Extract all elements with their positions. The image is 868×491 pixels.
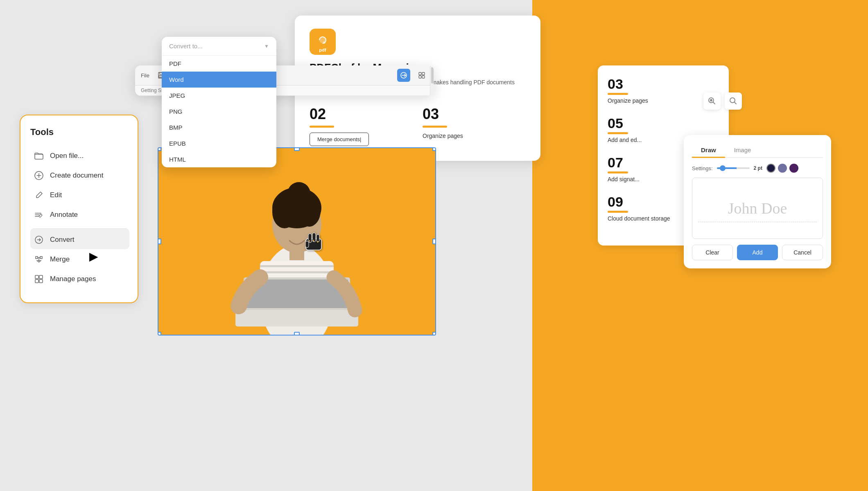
color-medium-purple[interactable] — [778, 164, 787, 173]
right-feature-05-num: 05 — [608, 116, 719, 130]
convert-option-html[interactable]: HTML — [162, 151, 276, 167]
nav-convert-icon[interactable] — [397, 69, 410, 82]
selection-handle-mr[interactable] — [432, 239, 436, 244]
tools-panel: Tools Open file... Create document Edit … — [20, 115, 138, 303]
svg-rect-3 — [35, 275, 38, 279]
svg-rect-43 — [305, 241, 309, 248]
add-button[interactable]: Add — [737, 245, 778, 260]
color-dark-purple[interactable] — [789, 164, 798, 173]
feature-02: 02 Merge documents| — [310, 107, 413, 146]
svg-rect-14 — [422, 72, 425, 75]
grid-icon — [34, 274, 44, 284]
right-feature-05-bar — [608, 132, 628, 134]
signature-tabs: Draw Image — [692, 143, 823, 158]
tool-create-document[interactable]: Create document — [30, 166, 129, 185]
svg-rect-5 — [35, 279, 38, 283]
signature-preview-text: John Doe — [728, 199, 787, 217]
feature-03-bar — [423, 126, 447, 128]
window-scrollbar[interactable] — [430, 65, 434, 96]
svg-rect-6 — [39, 279, 43, 283]
right-feature-07-bar — [608, 171, 628, 173]
feature-02-bar — [310, 126, 334, 128]
selection-handle-tl[interactable] — [158, 147, 161, 151]
color-dark-navy[interactable] — [766, 164, 775, 173]
signature-canvas[interactable]: John Doe — [692, 178, 823, 239]
plus-circle-icon — [34, 170, 44, 181]
stroke-width-slider[interactable] — [717, 167, 750, 169]
svg-point-24 — [287, 182, 310, 205]
chevron-down-icon: ▼ — [264, 43, 269, 49]
svg-rect-16 — [422, 76, 425, 78]
file-menu-label[interactable]: File — [141, 72, 149, 79]
svg-point-18 — [323, 41, 326, 44]
tab-image[interactable]: Image — [725, 143, 760, 158]
convert-icon — [34, 234, 44, 245]
svg-rect-15 — [419, 76, 421, 78]
right-feature-09-bar — [608, 211, 628, 213]
selection-handle-br[interactable] — [432, 332, 436, 336]
feature-03-label: Organize pages — [423, 133, 526, 139]
right-feature-03-label: Organize pages — [608, 97, 719, 104]
tool-open-file-label: Open file... — [50, 152, 84, 160]
feature-03: 03 Organize pages — [423, 107, 526, 146]
svg-rect-0 — [35, 154, 43, 159]
feature-02-num: 02 — [310, 107, 413, 122]
cancel-button[interactable]: Cancel — [782, 245, 823, 260]
tab-draw[interactable]: Draw — [692, 143, 725, 158]
search-zoom-button[interactable] — [703, 92, 721, 110]
nav-grid-icon[interactable] — [415, 69, 428, 82]
main-image-area[interactable] — [158, 147, 436, 336]
tool-open-file[interactable]: Open file... — [30, 146, 129, 165]
tools-title: Tools — [30, 127, 129, 137]
tool-manage-pages-label: Manage pages — [50, 275, 96, 283]
signature-baseline — [698, 222, 817, 222]
signature-actions: Clear Add Cancel — [692, 245, 823, 260]
svg-rect-28 — [260, 271, 334, 273]
convert-option-bmp[interactable]: BMP — [162, 119, 276, 135]
tool-merge[interactable]: Merge — [30, 250, 129, 269]
image-inner — [158, 147, 436, 336]
tool-edit-label: Edit — [50, 191, 62, 199]
settings-label: Settings: — [692, 165, 713, 171]
tool-edit[interactable]: Edit — [30, 186, 129, 205]
signature-settings: Settings: 2 pt — [692, 164, 823, 173]
right-feature-03: 03 Organize pages — [608, 77, 719, 104]
selection-handle-tc[interactable] — [294, 147, 300, 151]
feature-03-num: 03 — [423, 107, 526, 122]
selection-handle-bc[interactable] — [294, 332, 300, 336]
drag-cursor — [303, 230, 325, 258]
color-picker — [766, 164, 798, 173]
convert-option-pdf[interactable]: PDF — [162, 56, 276, 72]
convert-dropdown-placeholder: Convert to... — [169, 43, 203, 50]
selection-handle-bl[interactable] — [158, 332, 161, 336]
info-features: 02 Merge documents| 03 Organize pages — [310, 107, 526, 146]
pdfchef-logo: pdf — [310, 29, 336, 55]
svg-point-48 — [710, 99, 712, 101]
folder-icon — [34, 151, 44, 161]
annotate-icon — [34, 209, 44, 220]
convert-option-epub[interactable]: EPUB — [162, 135, 276, 151]
clear-button[interactable]: Clear — [692, 245, 733, 260]
woman-figure — [194, 155, 399, 335]
stroke-width-value: 2 pt — [754, 165, 762, 171]
tool-convert[interactable]: Convert — [30, 228, 129, 249]
tool-create-document-label: Create document — [50, 171, 103, 180]
convert-dropdown-header[interactable]: Convert to... ▼ — [162, 37, 276, 56]
svg-rect-27 — [260, 265, 334, 267]
selection-handle-tr[interactable] — [432, 147, 436, 151]
right-feature-03-bar — [608, 93, 628, 95]
scrollbar-thumb[interactable] — [431, 67, 434, 83]
convert-option-word[interactable]: Word — [162, 72, 276, 88]
merge-documents-button[interactable]: Merge documents| — [310, 133, 369, 146]
tool-manage-pages[interactable]: Manage pages — [30, 270, 129, 288]
tool-merge-label: Merge — [50, 255, 70, 264]
selection-handle-ml[interactable] — [158, 239, 161, 244]
tool-annotate[interactable]: Annotate — [30, 205, 129, 224]
merge-icon — [34, 254, 44, 265]
svg-point-49 — [730, 98, 735, 103]
convert-option-png[interactable]: PNG — [162, 104, 276, 119]
search-button[interactable] — [725, 92, 742, 110]
convert-option-jpeg[interactable]: JPEG — [162, 88, 276, 104]
signature-panel: Draw Image Settings: 2 pt John Doe Clear… — [684, 135, 831, 268]
svg-rect-13 — [419, 72, 421, 75]
